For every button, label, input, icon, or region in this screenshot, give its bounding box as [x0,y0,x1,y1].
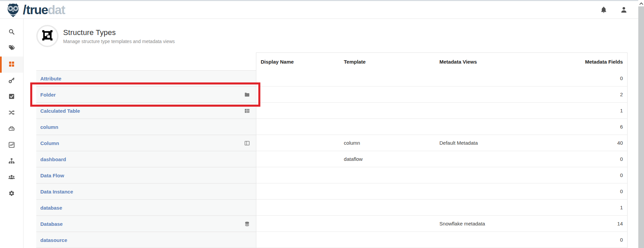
table-body: Attribute0Folder2Calculated Table1column… [36,70,628,248]
metadata-fields-cell: 1 [542,205,627,210]
metadata-fields-cell: 40 [542,140,627,146]
structure-type-name-cell: Calculated Table [36,103,256,119]
user-icon [620,6,628,15]
metadata-fields-cell: 0 [542,237,627,243]
vertical-scrollbar[interactable] [638,0,644,248]
sitemap-icon [8,158,15,166]
table-row: Folder2 [36,86,628,103]
chevron-up-icon [639,2,643,6]
metadata-fields-cell: 14 [542,221,627,226]
topbar-actions [600,6,628,13]
database-icon [244,221,250,227]
structure-type-link[interactable]: Attribute [40,76,61,81]
structure-type-name-cell: dashboard [36,151,256,167]
row-data-cells: 0 [256,183,628,200]
structure-type-name-cell: column [36,119,256,135]
sidebar-item-search[interactable] [0,24,23,40]
metadata-fields-cell: 1 [542,108,627,113]
template-cell: column [340,140,435,146]
users-icon [8,174,15,182]
shuffle-icon [8,109,15,117]
check-square-icon [8,93,15,101]
app-window: /truedat Structure Types Manage structur… [0,0,644,248]
row-data-cells: dataflow0 [256,151,628,167]
table-row: column6 [36,119,628,135]
structure-type-link[interactable]: datasource [40,237,67,243]
scrollbar-thumb[interactable] [638,6,644,248]
structure-type-link[interactable]: Folder [40,92,56,98]
page-subtitle: Manage structure type templates and meta… [63,39,175,44]
truedat-logo[interactable]: /truedat [5,2,65,17]
structure-type-name-cell: Attribute [36,70,256,86]
structure-type-name-cell: Column [36,135,256,151]
structure-type-link[interactable]: database [40,205,62,211]
column-header-metadata-fields: Metadata Fields [542,59,627,65]
bell-icon [600,6,607,15]
sidebar-item-settings[interactable] [0,186,23,202]
metadata-fields-cell: 2 [542,92,627,97]
window-edge [0,0,644,1]
metadata-fields-cell: 0 [542,156,627,162]
row-data-cells: Snowflake metadata14 [256,216,628,232]
metadata-fields-cell: 0 [542,188,627,194]
notifications-button[interactable] [600,6,607,13]
metadata-views-cell: Snowflake metadata [435,221,542,226]
structure-type-link[interactable]: Data Flow [40,173,64,178]
structure-type-name-cell: Data Flow [36,167,256,183]
structure-type-link[interactable]: Database [40,221,63,227]
structure-type-name-cell: Folder [36,86,256,103]
gear-icon [8,190,15,198]
sidebar-item-dashboards[interactable] [0,137,23,153]
table-row: Data Flow0 [36,167,628,183]
row-data-cells: 0 [256,70,628,86]
brand-wordmark: /truedat [22,3,65,16]
table-row: datasource0 [36,232,628,248]
tags-icon [8,45,15,52]
grid-icon [8,61,15,69]
structure-type-link[interactable]: Column [40,140,59,146]
column-header-display-name: Display Name [256,59,340,65]
structure-types-table: Display Name Template Metadata Views Met… [36,52,628,248]
sidebar-item-taxonomy[interactable] [0,153,23,170]
table-header-row: Display Name Template Metadata Views Met… [256,52,628,70]
chart-line-icon [8,142,15,149]
object-group-icon [42,30,53,42]
table-row: database1 [36,200,628,216]
sidebar-item-lineage[interactable] [0,105,23,121]
table-row: dashboarddataflow0 [36,151,628,167]
topbar: /truedat [0,1,638,19]
page-header: Structure Types Manage structure type te… [36,25,175,47]
account-button[interactable] [620,6,628,13]
metadata-fields-cell: 0 [542,172,627,178]
sidebar-item-quality[interactable] [0,89,23,105]
sidebar-item-users[interactable] [0,170,23,186]
page-header-badge [36,25,58,47]
sidebar-item-structure-types[interactable] [0,57,23,73]
metadata-fields-cell: 6 [542,124,627,130]
metadata-fields-cell: 0 [542,75,627,81]
structure-type-link[interactable]: Data Instance [40,189,73,194]
template-cell: dataflow [340,156,435,162]
sidebar-nav [0,19,24,248]
main-content: Structure Types Manage structure type te… [24,19,638,248]
sidebar-item-permissions[interactable] [0,73,23,89]
column-header-template: Template [340,59,435,65]
table-row: Data Instance0 [36,183,628,200]
structure-type-link[interactable]: Calculated Table [40,108,80,114]
sidebar-item-systems[interactable] [0,121,23,137]
key-icon [8,77,15,85]
structure-type-link[interactable]: dashboard [40,156,66,162]
columns-icon [244,140,250,146]
row-data-cells: 6 [256,119,628,135]
table-icon [244,108,250,114]
structure-type-link[interactable]: column [40,124,58,130]
folder-icon [244,92,250,98]
row-data-cells: 1 [256,103,628,119]
row-data-cells: 1 [256,200,628,216]
row-data-cells: columnDefault Metadata40 [256,135,628,151]
sidebar-item-tags[interactable] [0,40,23,57]
row-data-cells: 2 [256,86,628,103]
column-header-metadata-views: Metadata Views [435,59,542,65]
scroll-up-button[interactable] [638,0,644,6]
owl-logo-icon [5,2,21,17]
